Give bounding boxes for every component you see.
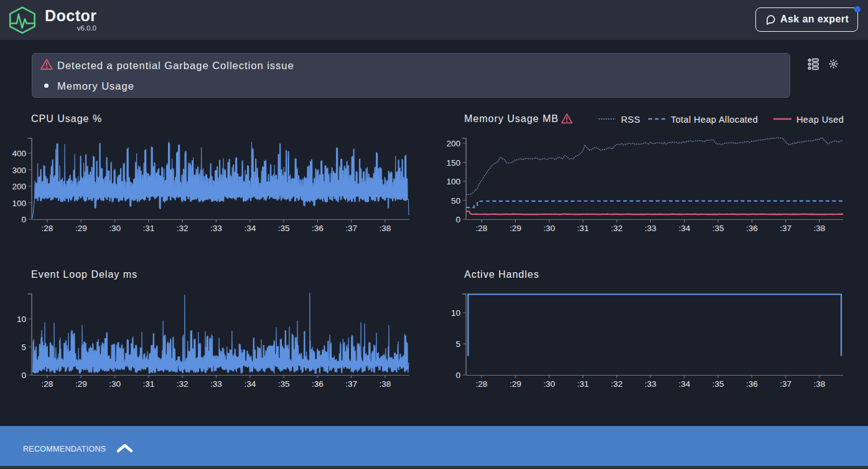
svg-text::38: :38 xyxy=(380,379,391,389)
svg-text::34: :34 xyxy=(244,379,256,389)
svg-text::33: :33 xyxy=(210,224,222,233)
svg-text:Heap Used: Heap Used xyxy=(796,115,844,125)
svg-text:150: 150 xyxy=(446,158,460,168)
svg-text:200: 200 xyxy=(12,182,26,191)
svg-text::29: :29 xyxy=(510,224,521,233)
svg-text:300: 300 xyxy=(12,166,26,175)
svg-text::34: :34 xyxy=(678,379,690,389)
svg-text:0: 0 xyxy=(455,215,460,224)
svg-text::34: :34 xyxy=(678,224,690,233)
svg-text::31: :31 xyxy=(577,379,589,389)
svg-text:50: 50 xyxy=(451,196,460,206)
svg-text::30: :30 xyxy=(543,224,555,233)
svg-text::32: :32 xyxy=(177,224,189,233)
svg-text::31: :31 xyxy=(577,224,589,233)
svg-text::38: :38 xyxy=(814,379,826,389)
svg-text::35: :35 xyxy=(278,224,290,233)
svg-text:0: 0 xyxy=(21,215,26,224)
svg-text::37: :37 xyxy=(345,379,357,389)
svg-text::36: :36 xyxy=(312,224,324,233)
svg-text::32: :32 xyxy=(611,379,623,389)
svg-text:0: 0 xyxy=(455,371,460,380)
svg-text:0: 0 xyxy=(21,371,26,380)
svg-text:5: 5 xyxy=(455,339,460,349)
svg-text::29: :29 xyxy=(510,379,521,389)
svg-text::29: :29 xyxy=(75,379,87,389)
svg-text::37: :37 xyxy=(780,379,791,389)
svg-text:Total Heap Allocated: Total Heap Allocated xyxy=(671,115,758,125)
svg-text:400: 400 xyxy=(12,149,26,158)
svg-text::28: :28 xyxy=(42,379,54,389)
svg-text:200: 200 xyxy=(446,139,460,148)
svg-text::37: :37 xyxy=(345,224,357,233)
svg-text::31: :31 xyxy=(143,224,155,233)
svg-text::32: :32 xyxy=(177,379,189,389)
svg-text::33: :33 xyxy=(210,379,222,389)
svg-text::35: :35 xyxy=(278,379,290,389)
svg-text::38: :38 xyxy=(380,224,391,233)
svg-text::33: :33 xyxy=(645,379,656,389)
svg-text:5: 5 xyxy=(21,343,26,352)
svg-text::35: :35 xyxy=(712,224,724,233)
svg-text::36: :36 xyxy=(312,379,324,389)
svg-text:10: 10 xyxy=(17,315,26,324)
svg-text::31: :31 xyxy=(143,379,155,389)
svg-text:RSS: RSS xyxy=(621,115,640,125)
svg-text::38: :38 xyxy=(814,224,826,233)
svg-text:100: 100 xyxy=(12,199,26,208)
svg-text::32: :32 xyxy=(611,224,623,233)
svg-text:10: 10 xyxy=(451,308,460,318)
svg-text::29: :29 xyxy=(75,224,87,233)
svg-text::28: :28 xyxy=(476,379,488,389)
svg-text::28: :28 xyxy=(42,224,54,233)
svg-text::30: :30 xyxy=(109,224,121,233)
svg-text:100: 100 xyxy=(446,177,460,186)
svg-text::30: :30 xyxy=(109,379,121,389)
svg-text::36: :36 xyxy=(746,379,758,389)
svg-text::35: :35 xyxy=(712,379,724,389)
svg-text::34: :34 xyxy=(244,224,256,233)
svg-text::28: :28 xyxy=(476,224,488,233)
svg-text::37: :37 xyxy=(780,224,791,233)
svg-text::30: :30 xyxy=(543,379,555,389)
svg-text::36: :36 xyxy=(746,224,758,233)
svg-text::33: :33 xyxy=(645,224,656,233)
